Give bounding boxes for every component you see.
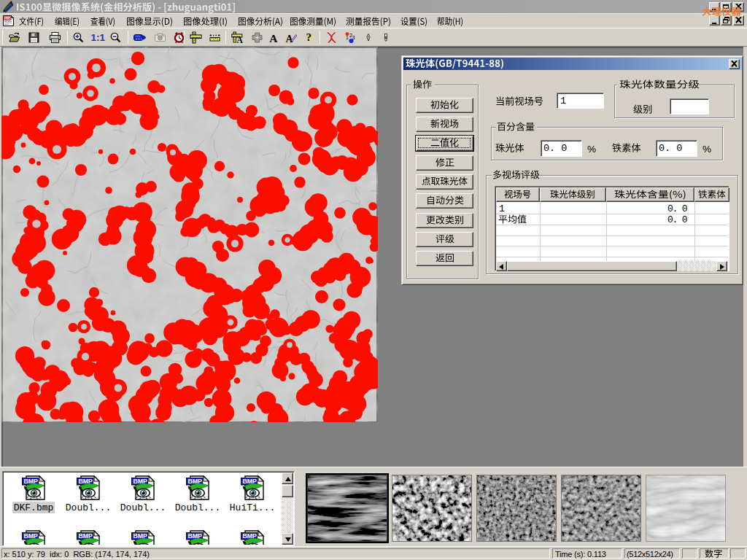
svg-text:?: ? bbox=[306, 31, 311, 43]
svg-text:DOC: DOC bbox=[4, 17, 12, 20]
svg-text:A: A bbox=[285, 34, 293, 44]
svg-text:A: A bbox=[269, 32, 278, 44]
svg-text:1: 1 bbox=[346, 35, 349, 40]
svg-text:A: A bbox=[236, 36, 243, 44]
